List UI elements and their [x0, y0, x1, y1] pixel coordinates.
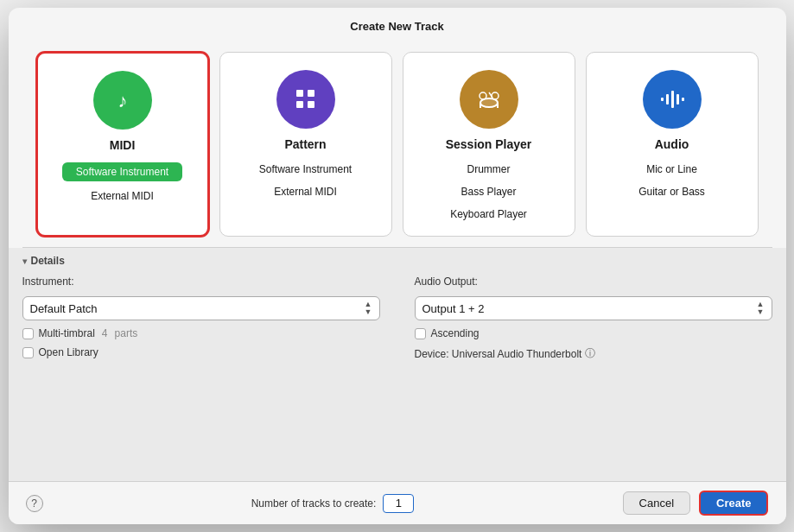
- footer-left: ?: [26, 495, 43, 512]
- details-header[interactable]: ▾ Details: [9, 248, 786, 272]
- audio-output-spinner[interactable]: ▲ ▼: [757, 301, 765, 316]
- pattern-card-title: Pattern: [284, 137, 326, 151]
- dialog-footer: ? Number of tracks to create: Cancel Cre…: [9, 481, 786, 524]
- track-card-pattern[interactable]: Pattern Software Instrument External MID…: [219, 52, 392, 237]
- session-drummer-btn[interactable]: Drummer: [462, 162, 516, 177]
- svg-text:♪: ♪: [118, 90, 127, 111]
- cancel-button[interactable]: Cancel: [623, 491, 690, 515]
- num-tracks-label: Number of tracks to create:: [251, 497, 377, 510]
- pattern-external-midi-btn[interactable]: External MIDI: [269, 184, 342, 200]
- pattern-options: Software Instrument External MIDI: [231, 162, 381, 200]
- help-button[interactable]: ?: [26, 495, 43, 512]
- audio-options: Mic or Line Guitar or Bass: [597, 162, 747, 200]
- track-card-session[interactable]: Session Player Drummer Bass Player Keybo…: [403, 52, 575, 237]
- audio-icon-bg: [643, 70, 702, 129]
- parts-count: 4: [102, 327, 108, 339]
- device-label-row: Device: Universal Audio Thunderbolt ⓘ: [415, 346, 772, 361]
- audio-output-select[interactable]: Output 1 + 2 ▲ ▼: [415, 296, 772, 320]
- grid-icon: [290, 84, 321, 115]
- svg-rect-12: [661, 98, 664, 101]
- pattern-software-instrument-btn[interactable]: Software Instrument: [254, 162, 357, 177]
- open-library-label: Open Library: [39, 346, 98, 358]
- session-card-title: Session Player: [446, 137, 532, 151]
- instrument-label: Instrument:: [22, 276, 380, 288]
- details-content: Instrument: Default Patch ▲ ▼ Multi-timb…: [9, 272, 786, 371]
- svg-rect-2: [308, 90, 314, 97]
- open-library-row: Open Library: [22, 346, 380, 358]
- audio-output-select-row: Output 1 + 2 ▲ ▼: [415, 296, 772, 320]
- midi-external-midi-btn[interactable]: External MIDI: [86, 188, 159, 204]
- track-card-midi[interactable]: ♪ MIDI Software Instrument External MIDI: [36, 52, 209, 237]
- svg-rect-3: [296, 101, 303, 108]
- open-library-checkbox[interactable]: [22, 347, 34, 358]
- audio-guitar-bass-btn[interactable]: Guitar or Bass: [633, 184, 710, 200]
- svg-rect-1: [296, 90, 303, 97]
- device-text: Device: Universal Audio Thunderbolt: [415, 348, 582, 360]
- multi-timbral-label: Multi-timbral: [39, 327, 95, 339]
- waveform-icon: [657, 84, 688, 115]
- svg-rect-16: [682, 98, 684, 101]
- instrument-select-row: Default Patch ▲ ▼: [22, 296, 380, 320]
- track-card-audio[interactable]: Audio Mic or Line Guitar or Bass: [586, 52, 759, 237]
- ascending-row: Ascending: [415, 327, 772, 339]
- details-section: ▾ Details Instrument: Default Patch ▲ ▼: [9, 248, 786, 481]
- footer-right: Cancel Create: [623, 491, 769, 516]
- svg-point-9: [480, 92, 486, 99]
- svg-rect-15: [676, 94, 679, 104]
- instrument-spinner[interactable]: ▲ ▼: [365, 301, 372, 316]
- track-types-row: ♪ MIDI Software Instrument External MIDI…: [9, 41, 786, 247]
- instrument-value: Default Patch: [30, 302, 98, 315]
- svg-rect-13: [666, 94, 669, 104]
- session-keyboard-player-btn[interactable]: Keyboard Player: [445, 206, 532, 222]
- midi-icon-bg: ♪: [93, 71, 152, 130]
- svg-rect-14: [671, 91, 674, 108]
- session-bass-player-btn[interactable]: Bass Player: [455, 184, 521, 200]
- midi-software-instrument-btn[interactable]: Software Instrument: [62, 162, 182, 181]
- music-note-icon: ♪: [107, 85, 138, 116]
- footer-center: Number of tracks to create:: [251, 494, 415, 513]
- dialog-title: Create New Track: [9, 8, 786, 41]
- multi-timbral-checkbox[interactable]: [22, 328, 34, 339]
- create-button[interactable]: Create: [699, 491, 768, 516]
- ascending-label: Ascending: [431, 327, 480, 339]
- audio-output-value: Output 1 + 2: [422, 302, 485, 315]
- chevron-down-icon: ▾: [22, 256, 27, 266]
- num-tracks-input[interactable]: [383, 494, 414, 513]
- ascending-checkbox[interactable]: [415, 328, 426, 339]
- svg-rect-4: [308, 101, 314, 108]
- session-icon-bg: [460, 70, 518, 129]
- audio-output-label: Audio Output:: [415, 276, 772, 288]
- details-right-col: Audio Output: Output 1 + 2 ▲ ▼ Ascending: [415, 276, 772, 361]
- audio-mic-line-btn[interactable]: Mic or Line: [641, 162, 702, 177]
- details-spacer: [9, 371, 786, 481]
- drums-icon: [473, 84, 505, 115]
- svg-point-10: [492, 92, 499, 99]
- instrument-select[interactable]: Default Patch ▲ ▼: [22, 296, 380, 320]
- parts-text: parts: [115, 327, 138, 339]
- create-new-track-dialog: Create New Track ♪ MIDI Software Instrum…: [9, 8, 786, 524]
- multi-timbral-row: Multi-timbral 4 parts: [22, 327, 380, 339]
- pattern-icon-bg: [276, 70, 335, 129]
- details-left-col: Instrument: Default Patch ▲ ▼ Multi-timb…: [22, 276, 380, 361]
- info-circle-icon: ⓘ: [585, 346, 595, 361]
- midi-options: Software Instrument External MIDI: [48, 162, 197, 204]
- session-options: Drummer Bass Player Keyboard Player: [414, 162, 564, 222]
- details-label: Details: [31, 255, 65, 267]
- audio-card-title: Audio: [655, 137, 689, 151]
- midi-card-title: MIDI: [110, 138, 136, 152]
